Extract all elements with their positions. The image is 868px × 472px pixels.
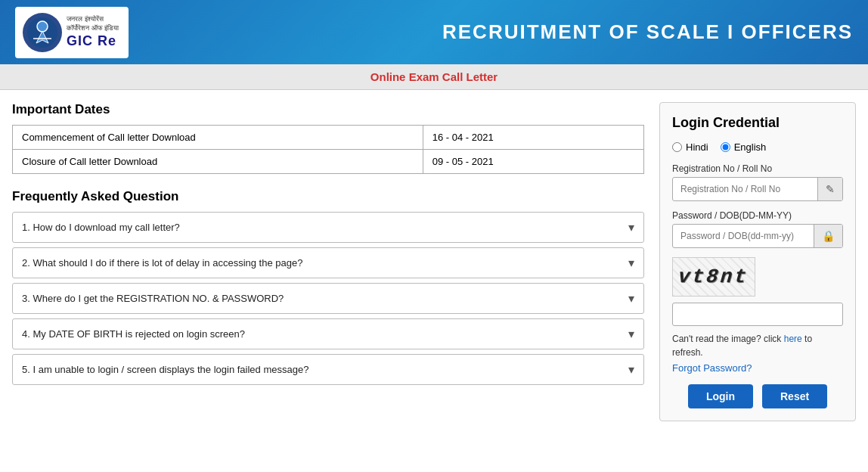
header-title: RECRUITMENT OF SCALE I OFFICERS <box>129 20 853 44</box>
faq-item-5[interactable]: 5. I am unable to login / screen display… <box>12 354 644 385</box>
left-panel: Important Dates Commencement of Call let… <box>12 102 659 390</box>
chevron-down-icon-1: ▾ <box>628 220 634 234</box>
forgot-password-link[interactable]: Forgot Password? <box>672 362 843 374</box>
captcha-refresh-link[interactable]: here <box>784 334 802 344</box>
edit-icon[interactable]: ✎ <box>817 178 842 200</box>
lang-hindi-label: Hindi <box>686 141 708 153</box>
reg-no-field-row: ✎ <box>672 177 843 201</box>
faq-text-3: 3. Where do I get the REGISTRATION NO. &… <box>22 293 284 304</box>
lang-english-label: English <box>734 141 767 153</box>
captcha-text: vt8nt <box>677 266 750 288</box>
lock-icon[interactable]: 🔒 <box>814 225 842 247</box>
chevron-down-icon-2: ▾ <box>628 256 634 270</box>
chevron-down-icon-5: ▾ <box>628 362 634 377</box>
lang-english-option[interactable]: English <box>721 141 767 153</box>
faq-text-4: 4. My DATE OF BIRTH is rejected on login… <box>22 328 245 340</box>
reg-no-input[interactable] <box>673 179 817 200</box>
faq-item-2[interactable]: 2. What should I do if there is lot of d… <box>12 247 644 278</box>
important-dates-title: Important Dates <box>12 102 644 117</box>
language-row: Hindi English <box>672 141 843 153</box>
password-label: Password / DOB(DD-MM-YY) <box>672 210 843 221</box>
captcha-image: vt8nt <box>672 257 755 297</box>
faq-item-1[interactable]: 1. How do I download my call letter? ▾ <box>12 212 644 243</box>
lang-english-radio[interactable] <box>721 142 730 152</box>
table-row: Closure of Call letter Download 09 - 05 … <box>13 150 644 174</box>
faq-item-4[interactable]: 4. My DATE OF BIRTH is rejected on login… <box>12 318 644 349</box>
login-panel: Login Credential Hindi English Registrat… <box>659 102 856 421</box>
faq-title: Frequently Asked Question <box>12 189 644 204</box>
date-value-1: 16 - 04 - 2021 <box>423 126 643 150</box>
date-value-2: 09 - 05 - 2021 <box>423 150 643 174</box>
captcha-input[interactable] <box>672 303 843 326</box>
faq-text-1: 1. How do I download my call letter? <box>22 222 180 233</box>
faq-item-3[interactable]: 3. Where do I get the REGISTRATION NO. &… <box>12 283 644 314</box>
faq-text-2: 2. What should I do if there is lot of d… <box>22 257 302 269</box>
password-input[interactable] <box>673 225 814 247</box>
date-label-2: Closure of Call letter Download <box>13 150 423 174</box>
password-field-row: 🔒 <box>672 224 843 248</box>
login-title: Login Credential <box>672 115 843 131</box>
captcha-hint-prefix: Can't read the image? click <box>672 334 784 344</box>
reg-no-label: Registration No / Roll No <box>672 163 843 174</box>
faq-text-5: 5. I am unable to login / screen display… <box>22 364 308 375</box>
dates-table: Commencement of Call letter Download 16 … <box>12 125 644 174</box>
chevron-down-icon-3: ▾ <box>628 291 634 306</box>
logo-subtitle: जनरल इंश्योरेंसकॉर्पोरेशन ऑफ इंडिया <box>67 15 119 33</box>
lang-hindi-option[interactable]: Hindi <box>672 141 708 153</box>
logo-main: GIC Re <box>67 33 119 49</box>
button-row: Login Reset <box>672 384 843 408</box>
main-content: Important Dates Commencement of Call let… <box>0 90 868 433</box>
captcha-hint: Can't read the image? click here to refr… <box>672 332 843 359</box>
sub-header: Online Exam Call Letter <box>0 64 868 90</box>
logo-circle <box>23 13 62 52</box>
logo-text-area: जनरल इंश्योरेंसकॉर्पोरेशन ऑफ इंडिया GIC … <box>67 15 119 48</box>
lang-hindi-radio[interactable] <box>672 142 682 152</box>
page-header: जनरल इंश्योरेंसकॉर्पोरेशन ऑफ इंडिया GIC … <box>0 0 868 64</box>
login-button[interactable]: Login <box>688 384 753 408</box>
logo-area: जनरल इंश्योरेंसकॉर्पोरेशन ऑफ इंडिया GIC … <box>15 7 129 58</box>
chevron-down-icon-4: ▾ <box>628 327 634 341</box>
date-label-1: Commencement of Call letter Download <box>13 126 423 150</box>
reset-button[interactable]: Reset <box>762 384 827 408</box>
table-row: Commencement of Call letter Download 16 … <box>13 126 644 150</box>
